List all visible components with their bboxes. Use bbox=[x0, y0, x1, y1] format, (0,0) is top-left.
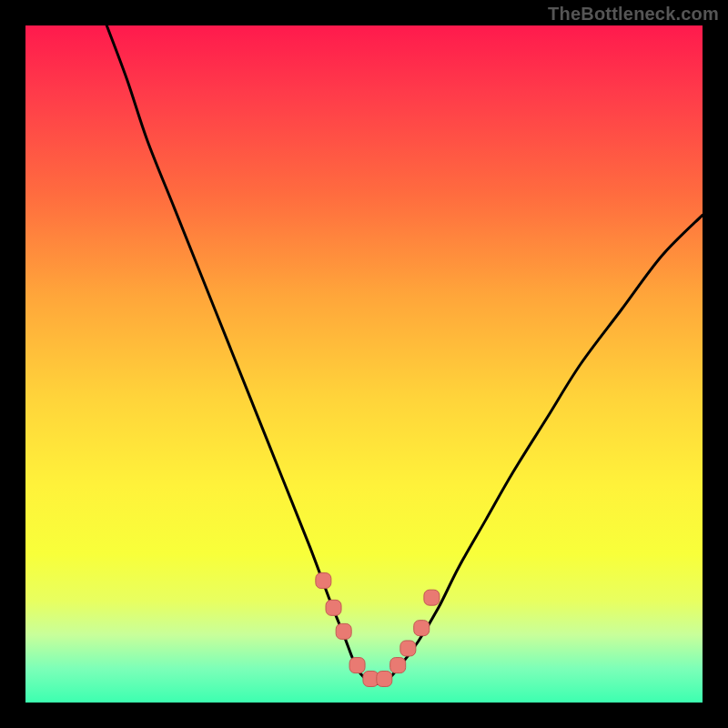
curve-marker bbox=[326, 600, 341, 615]
curve-marker bbox=[400, 641, 416, 656]
curve-marker bbox=[316, 573, 331, 589]
curve-markers bbox=[316, 573, 440, 687]
bottleneck-curve bbox=[106, 25, 703, 684]
curve-marker bbox=[377, 671, 392, 686]
curve-marker bbox=[349, 658, 365, 673]
curve-layer bbox=[25, 25, 703, 703]
watermark-text: TheBottleneck.com bbox=[548, 4, 719, 25]
curve-marker bbox=[390, 658, 406, 673]
curve-marker bbox=[424, 590, 440, 605]
curve-marker bbox=[336, 623, 351, 639]
chart-frame: TheBottleneck.com bbox=[0, 0, 728, 728]
plot-area bbox=[25, 25, 703, 703]
curve-marker bbox=[414, 621, 430, 636]
